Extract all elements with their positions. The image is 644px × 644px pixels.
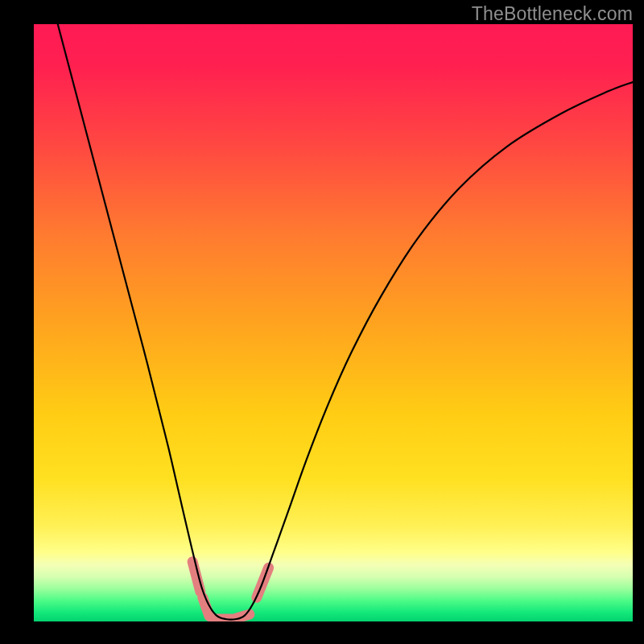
- plot-area: [34, 24, 633, 621]
- watermark-text: TheBottleneck.com: [472, 3, 633, 25]
- chart-svg: [34, 24, 633, 621]
- chart-frame: TheBottleneck.com: [0, 0, 644, 644]
- marker-layer: [192, 562, 268, 619]
- bottleneck-curve: [58, 24, 633, 620]
